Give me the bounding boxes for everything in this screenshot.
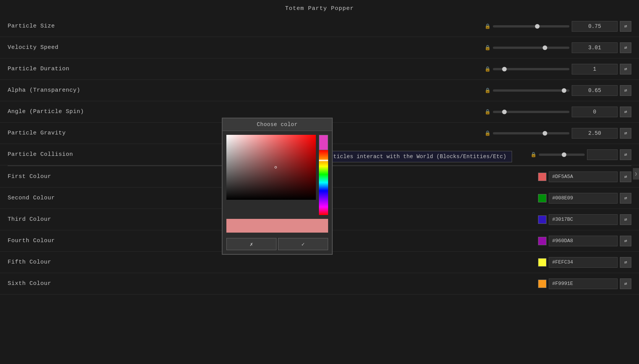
third-colour-reset[interactable]: ⇄ [620,214,631,225]
third-colour-swatch[interactable] [538,215,546,224]
particle-gravity-reset[interactable]: ⇄ [620,128,631,139]
particle-collision-slider[interactable] [539,154,585,156]
window-title: Totem Party Popper [0,0,639,16]
second-colour-reset[interactable]: ⇄ [620,193,631,204]
setting-row-alpha-transparency: Alpha (Transparency) 🔒 0.65 ⇄ [0,80,639,101]
particle-duration-slider[interactable] [493,68,569,70]
particle-collision-lock-icon[interactable]: 🔒 [530,152,537,158]
particle-size-lock-icon[interactable]: 🔒 [485,23,491,29]
alpha-transparency-slider[interactable] [493,89,569,92]
angle-particle-spin-reset[interactable]: ⇄ [620,107,631,117]
sixth-colour-label: Sixth Colour [8,280,130,287]
second-colour-value: #008E09 [549,193,618,204]
particle-duration-value: 1 [572,64,618,74]
color-gradient-area[interactable] [226,135,316,200]
velocity-speed-value: 3.01 [572,42,618,53]
setting-row-particle-duration: Particle Duration 🔒 1 ⇄ [0,58,639,80]
second-colour-label: Second Colour [8,195,130,201]
setting-row-particle-size: Particle Size 🔒 0.75 ⇄ [0,16,639,37]
fourth-colour-swatch[interactable] [538,237,546,245]
fourth-colour-label: Fourth Colour [8,238,130,244]
sixth-colour-controls: #F9991E ⇄ [130,278,631,289]
particle-collision-value [587,149,618,160]
sixth-colour-reset[interactable]: ⇄ [620,278,631,289]
fifth-colour-swatch[interactable] [538,258,546,267]
velocity-speed-controls: 🔒 3.01 ⇄ [130,42,631,53]
second-colour-controls: #008E09 ⇄ [130,193,631,204]
color-picker-buttons: ✗ ✓ [223,236,332,254]
sixth-colour-value: #F9991E [549,278,618,289]
angle-particle-spin-controls: 🔒 0 ⇄ [130,107,631,117]
angle-particle-spin-value: 0 [572,107,618,117]
first-colour-value: #DF5A5A [549,171,618,182]
particle-gravity-lock-icon[interactable]: 🔒 [485,130,491,136]
velocity-speed-reset[interactable]: ⇄ [620,42,631,53]
color-hue-bar[interactable] [319,150,328,215]
angle-particle-spin-lock-icon[interactable]: 🔒 [485,109,491,115]
velocity-speed-label: Velocity Speed [8,44,130,51]
first-colour-swatch[interactable] [538,173,546,181]
third-colour-value: #3017BC [549,214,618,225]
particle-size-controls: 🔒 0.75 ⇄ [130,21,631,32]
first-colour-reset[interactable]: ⇄ [620,171,631,182]
first-colour-controls: #DF5A5A ⇄ [130,171,631,182]
right-edge-arrow[interactable]: ❯ [633,168,639,180]
first-colour-label: First Colour [8,173,130,180]
color-picker-confirm-button[interactable]: ✓ [278,238,328,250]
velocity-speed-lock-icon[interactable]: 🔒 [485,45,491,51]
fourth-colour-reset[interactable]: ⇄ [620,236,631,246]
third-colour-controls: #3017BC ⇄ [130,214,631,225]
fifth-colour-value: #FEFC34 [549,257,618,268]
particle-size-slider[interactable] [493,25,569,28]
particle-duration-controls: 🔒 1 ⇄ [130,64,631,74]
particle-collision-label: Particle Collision [8,151,130,158]
alpha-transparency-controls: 🔒 0.65 ⇄ [130,85,631,96]
alpha-transparency-label: Alpha (Transparency) [8,87,130,94]
color-picker-cancel-button[interactable]: ✗ [226,238,276,250]
alpha-transparency-value: 0.65 [572,85,618,96]
setting-row-sixth-colour: Sixth Colour #F9991E ⇄ [0,273,639,294]
angle-particle-spin-slider[interactable] [493,111,569,113]
particle-gravity-value: 2.50 [572,128,618,139]
angle-particle-spin-label: Angle (Particle Spin) [8,108,130,115]
third-colour-label: Third Colour [8,216,130,223]
color-picker-body [223,131,332,219]
fourth-colour-value: #960DA8 [549,236,618,246]
particle-duration-lock-icon[interactable]: 🔒 [485,66,491,72]
fourth-colour-controls: #960DA8 ⇄ [130,236,631,246]
color-gradient-cursor [275,166,277,168]
velocity-speed-slider[interactable] [493,47,569,49]
particle-duration-label: Particle Duration [8,66,130,72]
setting-row-fifth-colour: Fifth Colour #FEFC34 ⇄ [0,252,639,273]
particle-gravity-slider[interactable] [493,132,569,134]
second-colour-swatch[interactable] [538,194,546,202]
fifth-colour-label: Fifth Colour [8,259,130,265]
alpha-transparency-lock-icon[interactable]: 🔒 [485,87,491,94]
particle-gravity-label: Particle Gravity [8,130,130,136]
particle-size-label: Particle Size [8,23,130,29]
particle-size-reset[interactable]: ⇄ [620,21,631,32]
sixth-colour-swatch[interactable] [538,280,546,288]
color-preview-bar [226,219,328,233]
alpha-transparency-reset[interactable]: ⇄ [620,85,631,96]
particle-duration-reset[interactable]: ⇄ [620,64,631,74]
color-picker-modal: Choose color ✗ ✓ [222,118,333,255]
color-picker-title: Choose color [223,118,332,131]
color-pink-swatch[interactable] [319,135,328,150]
hue-indicator [319,160,328,161]
fifth-colour-controls: #FEFC34 ⇄ [130,257,631,268]
particle-size-value: 0.75 [572,21,618,32]
particle-collision-reset[interactable]: ⇄ [620,149,631,160]
setting-row-velocity-speed: Velocity Speed 🔒 3.01 ⇄ [0,37,639,58]
fifth-colour-reset[interactable]: ⇄ [620,257,631,268]
particle-gravity-controls: 🔒 2.50 ⇄ [130,128,631,139]
